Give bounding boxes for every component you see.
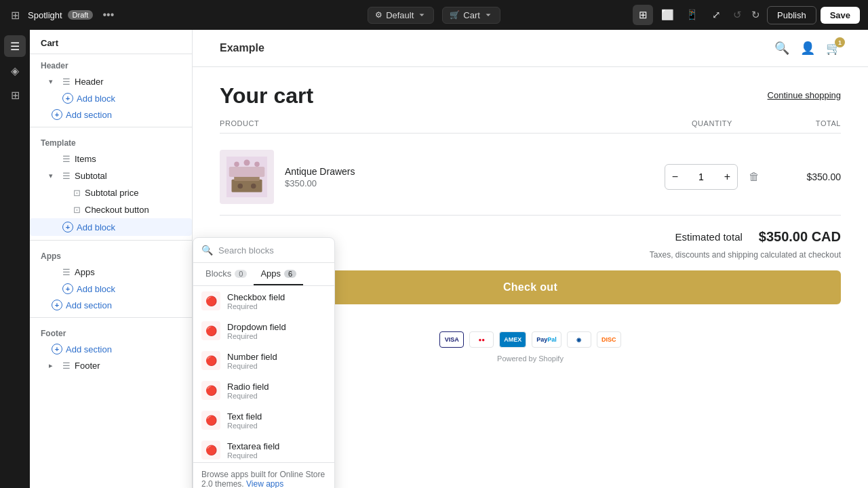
popup-item-text[interactable]: 🔴 Text field Required xyxy=(193,405,334,435)
search-icon[interactable]: 🔍 xyxy=(774,41,789,56)
topbar: ⊞ Spotlight Draft ••• ⚙ Default 🛒 Cart ⊞… xyxy=(0,0,868,30)
tab-apps[interactable]: Apps 6 xyxy=(254,263,303,285)
tablet-view-btn[interactable]: ⬜ xyxy=(657,5,677,25)
plus-icon: + xyxy=(62,283,73,294)
tree-item-header[interactable]: ▾ ☰ Header xyxy=(30,73,192,90)
item-sub: Required xyxy=(227,332,286,340)
topbar-center: ⚙ Default 🛒 Cart xyxy=(368,7,500,24)
section-apps-label: Apps xyxy=(30,245,192,264)
divider xyxy=(30,317,192,318)
item-sub: Required xyxy=(227,422,262,430)
tree-item-footer[interactable]: ▸ ☰ Footer xyxy=(30,357,192,374)
popup-item-number[interactable]: 🔴 Number field Required xyxy=(193,346,334,375)
add-section-footer-btn[interactable]: + Add section xyxy=(30,341,192,357)
search-icon: 🔍 xyxy=(201,245,213,256)
add-block-apps-btn[interactable]: + Add block xyxy=(30,281,192,297)
theme-icon[interactable]: ◈ xyxy=(4,60,26,81)
search-blocks-input[interactable] xyxy=(218,245,332,256)
redo-btn[interactable]: ↻ xyxy=(749,6,763,24)
more-options-icon[interactable]: ••• xyxy=(98,6,118,24)
add-block-header-btn[interactable]: + Add block xyxy=(30,90,192,106)
mobile-view-btn[interactable]: 📱 xyxy=(682,5,702,25)
view-apps-link[interactable]: View apps xyxy=(246,479,283,488)
col-product-header: PRODUCT xyxy=(220,119,665,127)
quantity-increase-btn[interactable]: + xyxy=(717,165,737,189)
col-quantity-header: QUANTITY xyxy=(665,119,760,127)
app-block-icon: 🔴 xyxy=(201,411,220,430)
section-template-label: Template xyxy=(30,131,192,150)
tab-apps-label: Apps xyxy=(260,268,281,279)
svg-point-8 xyxy=(254,162,260,167)
popup-item-checkbox[interactable]: 🔴 Checkbox field Required xyxy=(193,286,334,316)
popup-item-dropdown[interactable]: 🔴 Dropdown field Required xyxy=(193,316,334,346)
tab-blocks-label: Blocks xyxy=(205,268,231,279)
svg-rect-1 xyxy=(232,180,262,192)
chevron-right-icon: ▸ xyxy=(49,361,58,370)
tree-header: Cart xyxy=(30,30,192,54)
item-name: Textarea field xyxy=(227,441,279,451)
section-icon: ☰ xyxy=(62,171,71,181)
diners-icon: ◉ xyxy=(567,331,591,348)
product-image xyxy=(220,150,274,204)
publish-button[interactable]: Publish xyxy=(767,6,816,24)
popup-item-radio[interactable]: 🔴 Radio field Required xyxy=(193,375,334,405)
app-block-icon: 🔴 xyxy=(201,321,220,340)
topbar-right: ⊞ ⬜ 📱 ⤢ ↺ ↻ Publish Save xyxy=(506,5,860,25)
icon-sidebar: ☰ ◈ ⊞ xyxy=(0,30,30,488)
store-nav: Example 🔍 👤 🛒 1 xyxy=(193,30,868,67)
tree-item-subtotal-price[interactable]: ▾ ⊡ Subtotal price xyxy=(30,184,192,201)
popup-search-bar: 🔍 xyxy=(193,238,334,263)
app-block-icon: 🔴 xyxy=(201,351,220,370)
tree-item-checkout-button[interactable]: ▾ ⊡ Checkout button xyxy=(30,201,192,218)
add-section-apps-btn[interactable]: + Add section xyxy=(30,297,192,313)
section-icon: ☰ xyxy=(62,77,71,87)
delete-item-btn[interactable]: 🗑 xyxy=(749,171,760,183)
item-sub: Required xyxy=(227,362,277,370)
svg-point-3 xyxy=(238,184,243,189)
default-dropdown[interactable]: ⚙ Default xyxy=(368,7,434,24)
tree-item-apps[interactable]: ▾ ☰ Apps xyxy=(30,264,192,281)
app-title: Spotlight xyxy=(28,10,62,20)
svg-point-7 xyxy=(244,160,250,166)
tab-blocks[interactable]: Blocks 0 xyxy=(199,263,254,285)
add-section-header-btn[interactable]: + Add section xyxy=(30,106,192,123)
undo-btn[interactable]: ↺ xyxy=(730,6,745,24)
plus-icon: + xyxy=(52,109,62,120)
home-icon[interactable]: ⊞ xyxy=(8,6,22,24)
account-icon[interactable]: 👤 xyxy=(800,41,815,56)
plus-icon: + xyxy=(62,93,73,104)
visa-icon: VISA xyxy=(439,331,464,348)
main-layout: ☰ ◈ ⊞ Cart Header ▾ ☰ Header + Add block… xyxy=(0,30,868,488)
amex-icon: AMEX xyxy=(499,331,526,348)
save-button[interactable]: Save xyxy=(821,7,860,24)
continue-shopping-link[interactable]: Continue shopping xyxy=(768,90,841,100)
expand-view-btn[interactable]: ⤢ xyxy=(706,5,726,25)
cart-icon[interactable]: 🛒 1 xyxy=(826,41,841,56)
cart-dropdown[interactable]: 🛒 Cart xyxy=(442,7,500,24)
app-block-icon: 🔴 xyxy=(201,381,220,400)
tree-item-subtotal[interactable]: ▾ ☰ Subtotal xyxy=(30,167,192,184)
add-block-subtotal-btn[interactable]: + Add block xyxy=(30,218,192,236)
item-total: $350.00 xyxy=(760,171,841,182)
tree-item-items[interactable]: ▾ ☰ Items xyxy=(30,150,192,167)
discover-icon: DISC xyxy=(597,331,621,348)
paypal-icon: PayPal xyxy=(532,331,561,348)
cart-item: Antique Drawers $350.00 − + 🗑 $350.00 xyxy=(220,139,841,216)
apps-icon[interactable]: ⊞ xyxy=(4,84,26,106)
desktop-view-btn[interactable]: ⊞ xyxy=(633,5,653,25)
quantity-decrease-btn[interactable]: − xyxy=(665,165,685,189)
product-info: Antique Drawers $350.00 xyxy=(285,166,665,188)
topbar-left: ⊞ Spotlight Draft ••• xyxy=(8,6,362,24)
app-block-icon: 🔴 xyxy=(201,441,220,460)
app-block-icon: 🔴 xyxy=(201,291,220,310)
quantity-input[interactable] xyxy=(685,171,717,182)
sections-icon[interactable]: ☰ xyxy=(4,35,26,57)
popup-item-textarea[interactable]: 🔴 Textarea field Required xyxy=(193,435,334,462)
item-name: Text field xyxy=(227,411,262,422)
item-name: Radio field xyxy=(227,382,269,392)
product-name: Antique Drawers xyxy=(285,166,665,177)
col-total-header: TOTAL xyxy=(760,119,841,127)
item-sub: Required xyxy=(227,451,279,460)
block-icon: ⊡ xyxy=(73,188,81,198)
svg-point-4 xyxy=(251,184,256,189)
